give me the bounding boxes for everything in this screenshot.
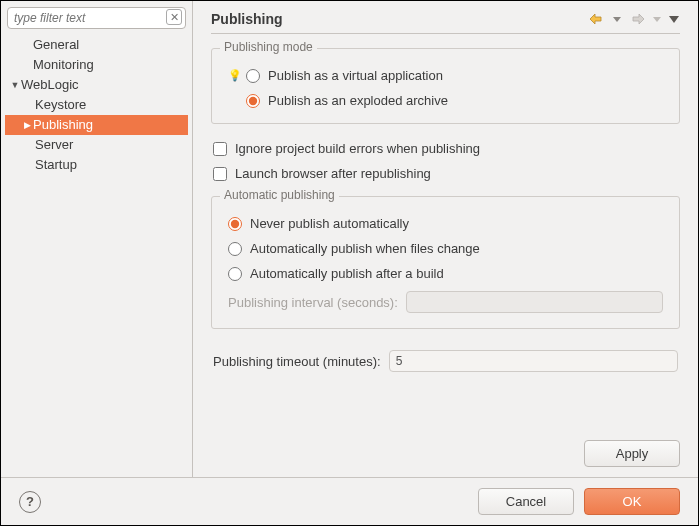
radio-onbuild[interactable] [228,267,242,281]
sidebar: ✕ General Monitoring ▼WebLogic Keystore … [1,1,193,477]
collapse-icon: ▶ [21,115,33,135]
forward-icon[interactable] [628,12,646,26]
apply-row: Apply [211,436,680,467]
lightbulb-icon: 💡 [228,69,238,83]
tree-item-keystore[interactable]: Keystore [5,95,188,115]
cancel-button[interactable]: Cancel [478,488,574,515]
radio-virtual[interactable] [246,69,260,83]
interval-label: Publishing interval (seconds): [228,295,398,310]
clear-filter-icon[interactable]: ✕ [166,9,182,25]
header-toolbar [588,12,680,26]
tree-item-weblogic[interactable]: ▼WebLogic [5,75,188,95]
tree-item-monitoring[interactable]: Monitoring [5,55,188,75]
radio-label: Automatically publish when files change [250,241,480,256]
forward-menu-icon[interactable] [652,14,662,24]
radio-exploded-row: Publish as an exploded archive [226,88,665,113]
view-menu-icon[interactable] [668,13,680,25]
radio-label: Never publish automatically [250,216,409,231]
filter-container: ✕ [7,7,186,29]
checkbox-label: Ignore project build errors when publish… [235,141,480,156]
radio-onbuild-row: Automatically publish after a build [226,261,665,286]
preferences-dialog: ✕ General Monitoring ▼WebLogic Keystore … [0,0,699,526]
ok-button[interactable]: OK [584,488,680,515]
apply-button[interactable]: Apply [584,440,680,467]
auto-publishing-group: Automatic publishing Never publish autom… [211,196,680,329]
help-icon[interactable]: ? [19,491,41,513]
tree-item-general[interactable]: General [5,35,188,55]
tree-label: WebLogic [21,75,79,95]
checkbox-ignore-errors[interactable] [213,142,227,156]
footer: ? Cancel OK [1,477,698,525]
radio-onchange-row: Automatically publish when files change [226,236,665,261]
timeout-input[interactable] [389,350,678,372]
main-area: ✕ General Monitoring ▼WebLogic Keystore … [1,1,698,477]
expand-icon: ▼ [9,75,21,95]
radio-label: Publish as an exploded archive [268,93,448,108]
launch-browser-row: Launch browser after republishing [211,161,680,186]
back-menu-icon[interactable] [612,14,622,24]
radio-never[interactable] [228,217,242,231]
timeout-row: Publishing timeout (minutes): [211,345,680,377]
content-spacer [211,381,680,436]
tree-label: Keystore [35,95,86,115]
radio-label: Publish as a virtual application [268,68,443,83]
tree-label: Server [35,135,73,155]
filter-input[interactable] [7,7,186,29]
interval-input [406,291,663,313]
tree-label: Startup [35,155,77,175]
radio-label: Automatically publish after a build [250,266,444,281]
group-legend: Publishing mode [220,40,317,54]
radio-onchange[interactable] [228,242,242,256]
back-icon[interactable] [588,12,606,26]
tree-label: Monitoring [33,55,94,75]
radio-virtual-row: 💡 Publish as a virtual application [226,63,665,88]
group-legend: Automatic publishing [220,188,339,202]
content-panel: Publishing Publishing mode 💡 [193,1,698,477]
radio-never-row: Never publish automatically [226,211,665,236]
nav-tree: General Monitoring ▼WebLogic Keystore ▶P… [5,35,188,175]
page-title: Publishing [211,11,283,27]
tree-item-publishing[interactable]: ▶Publishing [5,115,188,135]
tree-item-startup[interactable]: Startup [5,155,188,175]
timeout-label: Publishing timeout (minutes): [213,354,381,369]
radio-exploded[interactable] [246,94,260,108]
tree-label: Publishing [33,115,93,135]
interval-row: Publishing interval (seconds): [226,286,665,318]
checkbox-launch-browser[interactable] [213,167,227,181]
header-separator [211,33,680,34]
checkbox-label: Launch browser after republishing [235,166,431,181]
publishing-mode-group: Publishing mode 💡 Publish as a virtual a… [211,48,680,124]
ignore-errors-row: Ignore project build errors when publish… [211,136,680,161]
tree-label: General [33,35,79,55]
spacer-icon [228,94,238,108]
page-header: Publishing [211,11,680,27]
tree-item-server[interactable]: Server [5,135,188,155]
